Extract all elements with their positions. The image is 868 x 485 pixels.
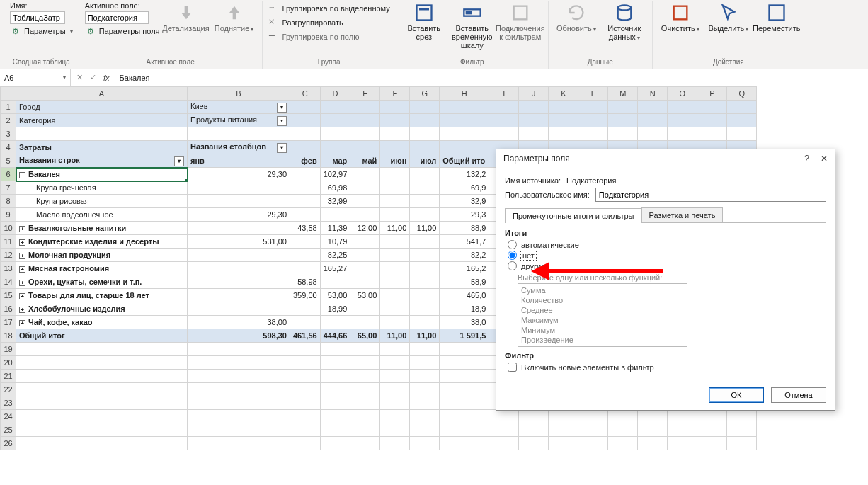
cell[interactable] [380, 370, 410, 383]
cell[interactable] [440, 396, 489, 410]
cell[interactable] [188, 410, 290, 423]
cell[interactable] [320, 396, 350, 410]
cell[interactable]: янв [188, 154, 290, 168]
row-header[interactable]: 8 [1, 195, 16, 208]
cell[interactable] [380, 168, 410, 181]
cell[interactable]: Масло подсолнечное [16, 208, 188, 222]
row-header[interactable]: 5 [1, 154, 16, 168]
cell[interactable] [440, 343, 489, 356]
row-header[interactable]: 24 [1, 410, 16, 423]
cell[interactable] [380, 114, 410, 127]
cell[interactable]: 11,00 [380, 222, 410, 235]
row-header[interactable]: 9 [1, 208, 16, 222]
cell[interactable] [350, 208, 380, 222]
cell[interactable]: 11,00 [410, 329, 440, 343]
cell[interactable]: 18,9 [440, 302, 489, 316]
row-header[interactable]: 16 [1, 302, 16, 316]
column-header[interactable]: A [16, 87, 188, 101]
row-header[interactable]: 19 [1, 343, 16, 356]
cell[interactable] [290, 208, 321, 222]
cell[interactable] [410, 410, 440, 423]
row-header[interactable]: 20 [1, 356, 16, 370]
cell[interactable] [727, 114, 757, 127]
cell[interactable] [380, 262, 410, 275]
clear-button[interactable]: Очистить▾ [658, 1, 702, 34]
cell[interactable] [350, 168, 380, 181]
cell[interactable] [320, 141, 350, 154]
cell[interactable] [410, 181, 440, 195]
cell[interactable] [320, 127, 350, 141]
cell[interactable]: 88,9 [440, 222, 489, 235]
collapse-icon[interactable]: - [19, 172, 25, 178]
cell[interactable] [440, 410, 489, 423]
fx-icon[interactable]: fx [103, 74, 110, 82]
cell[interactable] [668, 437, 697, 450]
column-header[interactable]: K [549, 87, 578, 101]
cell[interactable]: Крупа рисовая [16, 195, 188, 208]
cell[interactable] [350, 181, 380, 195]
cell[interactable] [290, 437, 321, 450]
cell[interactable] [350, 383, 380, 396]
cell[interactable] [519, 423, 549, 437]
cell[interactable] [350, 302, 380, 316]
cell[interactable] [668, 114, 697, 127]
cell[interactable] [380, 410, 410, 423]
cell[interactable] [608, 127, 638, 141]
cell[interactable] [380, 208, 410, 222]
cell[interactable] [188, 222, 290, 235]
cell[interactable]: 43,58 [290, 222, 321, 235]
cell[interactable] [410, 168, 440, 181]
pivot-params-button[interactable]: ⚙ Параметры▾ [10, 25, 73, 37]
cell[interactable]: 38,00 [188, 316, 290, 329]
column-header[interactable]: H [440, 87, 489, 101]
cell[interactable] [440, 127, 489, 141]
cell[interactable] [380, 437, 410, 450]
cell[interactable] [16, 396, 188, 410]
column-header[interactable]: O [668, 87, 697, 101]
cell[interactable]: 53,00 [320, 289, 350, 302]
column-header[interactable]: D [320, 87, 350, 101]
cell[interactable] [380, 249, 410, 262]
cell[interactable] [410, 370, 440, 383]
cell[interactable] [410, 262, 440, 275]
column-header[interactable]: E [350, 87, 380, 101]
cell[interactable]: 531,00 [188, 235, 290, 249]
cell[interactable]: 82,2 [440, 249, 489, 262]
cell[interactable] [578, 101, 608, 114]
cell[interactable]: июл [410, 154, 440, 168]
cell[interactable] [16, 410, 188, 423]
cell[interactable]: 82,25 [320, 249, 350, 262]
cell[interactable]: +Молочная продукция [16, 249, 188, 262]
cell[interactable] [350, 114, 380, 127]
row-header[interactable]: 13 [1, 262, 16, 275]
row-header[interactable]: 1 [1, 101, 16, 114]
cell[interactable] [290, 195, 321, 208]
column-header[interactable]: Q [727, 87, 757, 101]
cell[interactable] [440, 356, 489, 370]
cell[interactable]: 32,9 [440, 195, 489, 208]
cell[interactable] [188, 370, 290, 383]
column-header[interactable]: N [638, 87, 668, 101]
cell[interactable] [697, 423, 727, 437]
cell[interactable] [578, 127, 608, 141]
cell[interactable] [188, 396, 290, 410]
cell[interactable] [668, 423, 697, 437]
cell[interactable] [350, 316, 380, 329]
cell[interactable] [489, 423, 519, 437]
cell[interactable] [489, 101, 519, 114]
cell[interactable]: 165,2 [440, 262, 489, 275]
cell[interactable] [290, 410, 321, 423]
cell[interactable] [380, 127, 410, 141]
row-header[interactable]: 21 [1, 370, 16, 383]
cell[interactable] [290, 356, 321, 370]
cell[interactable]: Общий итог [16, 329, 188, 343]
cell[interactable] [638, 127, 668, 141]
cell[interactable] [320, 275, 350, 289]
cell[interactable] [440, 101, 489, 114]
cell[interactable] [727, 423, 757, 437]
select-all-corner[interactable] [1, 87, 16, 101]
expand-icon[interactable]: + [19, 320, 25, 326]
cell[interactable] [350, 249, 380, 262]
row-header[interactable]: 14 [1, 275, 16, 289]
cell[interactable]: 69,98 [320, 181, 350, 195]
